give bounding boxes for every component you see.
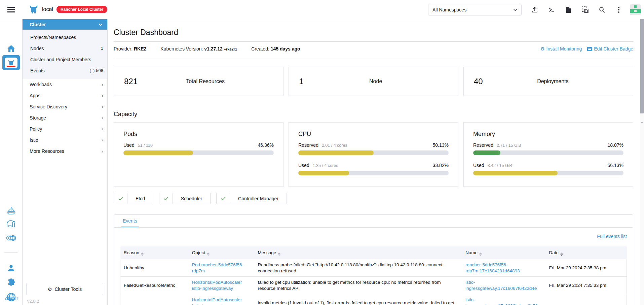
column-header-date[interactable]: Date: [546, 246, 627, 259]
stat-card-node: 1 Node: [289, 67, 458, 96]
component-status-etcd: Etcd: [114, 193, 153, 204]
capacity-card-title: CPU: [298, 131, 449, 138]
event-date: [546, 294, 627, 305]
glance-row: Provider: RKE2 Kubernetes Version: v1.27…: [114, 46, 633, 52]
hamburger-menu-icon[interactable]: [0, 7, 23, 12]
capacity-metric-label: Used: [473, 163, 484, 168]
scrollbar-thumb[interactable]: [640, 15, 644, 113]
check-icon: [159, 193, 173, 204]
rail-divider: [4, 252, 18, 253]
fleet-nav-icon[interactable]: [0, 206, 22, 215]
sort-icon: [560, 252, 563, 256]
event-reason: [120, 294, 189, 305]
cluster-nav-icon-active[interactable]: [2, 55, 20, 70]
progress-bar: [473, 171, 623, 175]
event-object-link[interactable]: HorizontalPodAutoscaler istio-ingressgat…: [192, 280, 242, 291]
home-nav-icon[interactable]: [0, 45, 22, 52]
chevron-right-icon: ›: [102, 126, 103, 131]
nodes-count: 1: [101, 46, 103, 51]
capacity-metric-label: Used: [298, 163, 309, 168]
sidebar-item-nodes[interactable]: Nodes 1: [23, 43, 107, 54]
sidebar-item-apps[interactable]: Apps›: [23, 90, 107, 101]
chevron-right-icon: ›: [102, 115, 103, 120]
sidebar-item-storage[interactable]: Storage›: [23, 112, 107, 123]
events-count: 508: [96, 68, 103, 73]
harvester-nav-icon[interactable]: [0, 220, 22, 228]
event-name-link[interactable]: rancher-5ddc576f56-rdp7m.17c1604281d6489…: [465, 262, 520, 273]
chevron-right-icon: ›: [102, 104, 103, 109]
stat-value: 1: [299, 77, 303, 86]
sidebar-item-service-discovery[interactable]: Service Discovery›: [23, 101, 107, 112]
file-icon[interactable]: [560, 3, 577, 16]
event-name-link[interactable]: istio-ingressgateway.17c16067f6422d4e: [465, 280, 537, 291]
extensions-nav-icon[interactable]: [0, 278, 22, 287]
import-yaml-icon[interactable]: [577, 3, 594, 16]
cluster-badge: Rancher Local Cluster: [56, 6, 107, 13]
provider-label: Provider:: [114, 46, 132, 52]
event-date: Fri, Mar 29 2024 7:35:33 pm: [546, 277, 627, 294]
upload-icon[interactable]: [526, 3, 543, 16]
capacity-metric-detail: 51 / 110: [138, 143, 153, 148]
sidebar-item-workloads[interactable]: Workloads›: [23, 79, 107, 90]
event-object-link[interactable]: HorizontalPodAutoscaler istio-ingressgat…: [192, 297, 242, 305]
about-link[interactable]: About: [0, 296, 23, 301]
capacity-metric-label: Used: [123, 142, 135, 148]
sidebar-section-cluster[interactable]: Cluster: [23, 19, 107, 30]
search-icon[interactable]: [594, 3, 610, 16]
progress-bar: [298, 171, 449, 175]
sidebar-item-label: Storage: [30, 115, 46, 121]
users-nav-icon[interactable]: [0, 264, 22, 272]
sidebar-item-label: Workloads: [30, 82, 52, 87]
edit-cluster-badge-label: Edit Cluster Badge: [594, 46, 633, 52]
sort-icon: [278, 252, 280, 256]
stat-card-total-resources: 821 Total Resources: [114, 67, 283, 96]
component-label: Controller Manager: [230, 193, 287, 204]
capacity-card-title: Pods: [123, 131, 274, 138]
event-row: HorizontalPodAutoscaler istio-ingressgat…: [120, 294, 627, 305]
divider: [114, 41, 633, 42]
event-message: Readiness probe failed: Get "http://10.4…: [255, 259, 462, 277]
chevron-down-icon: [513, 8, 517, 11]
multi-cluster-nav-icon[interactable]: [0, 235, 22, 241]
chevron-right-icon: ›: [102, 82, 103, 87]
scroll-down-arrow[interactable]: [641, 122, 643, 124]
column-header-reason[interactable]: Reason: [120, 246, 189, 259]
kebab-menu-icon[interactable]: [610, 3, 627, 16]
stat-value: 821: [124, 77, 138, 86]
column-header-name[interactable]: Name: [462, 246, 545, 259]
version-label: v2.8.2: [27, 299, 39, 304]
edit-cluster-badge-link[interactable]: Edit Cluster Badge: [587, 46, 633, 52]
check-icon: [217, 193, 230, 204]
event-name-link[interactable]: istio-ingressgateway.17c1606bdbec2b58: [465, 297, 538, 305]
kubectl-shell-icon[interactable]: [543, 3, 560, 16]
install-monitoring-link[interactable]: ⚙ Install Monitoring: [540, 46, 582, 52]
namespace-filter-select[interactable]: All Namespaces: [428, 4, 522, 15]
column-header-object[interactable]: Object: [189, 246, 255, 259]
cluster-tools-button[interactable]: ⚙ Cluster Tools: [26, 283, 103, 295]
chevron-right-icon: ›: [102, 93, 103, 98]
page-title: Cluster Dashboard: [114, 28, 633, 37]
event-date: Fri, Mar 29 2024 7:35:38 pm: [546, 259, 627, 277]
event-object-link[interactable]: Pod rancher-5ddc576f56-rdp7m: [192, 262, 243, 273]
sidebar-item-cluster-project-members[interactable]: Cluster and Project Members: [23, 54, 107, 65]
user-avatar[interactable]: [630, 4, 641, 15]
event-row: FailedGetResourceMetric HorizontalPodAut…: [120, 277, 627, 294]
capacity-metric-pct: 46.36%: [258, 142, 274, 148]
chevron-right-icon: ›: [102, 137, 103, 142]
column-header-message[interactable]: Message: [255, 246, 462, 259]
provider-value: RKE2: [134, 46, 146, 52]
event-reason: Unhealthy: [120, 259, 189, 277]
sidebar-item-istio[interactable]: Istio›: [23, 134, 107, 145]
check-icon: [114, 193, 127, 204]
event-reason: FailedGetResourceMetric: [120, 277, 189, 294]
created-value: 145 days ago: [271, 46, 300, 52]
gear-icon: ⚙: [540, 46, 545, 52]
sidebar-item-more-resources[interactable]: More Resources›: [23, 145, 107, 157]
full-events-list-link[interactable]: Full events list: [597, 234, 627, 239]
sidebar-item-projects-namespaces[interactable]: Projects/Namespaces: [23, 32, 107, 43]
page-scrollbar[interactable]: [640, 13, 644, 305]
tab-events[interactable]: Events: [121, 218, 139, 227]
sidebar-item-events[interactable]: Events (‒)508: [23, 65, 107, 76]
capacity-metric-pct: 18.07%: [608, 142, 623, 148]
sidebar-item-policy[interactable]: Policy›: [23, 123, 107, 134]
